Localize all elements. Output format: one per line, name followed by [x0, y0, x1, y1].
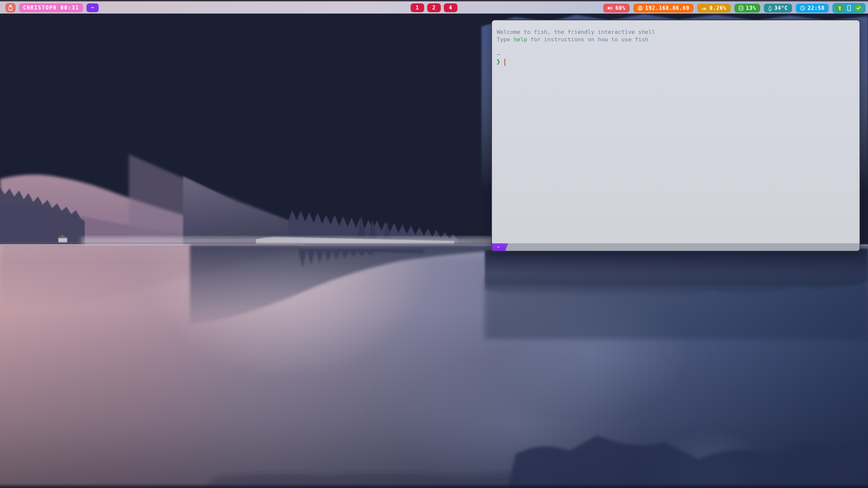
check-icon — [856, 6, 861, 10]
clock-widget[interactable]: 22:58 — [796, 4, 829, 13]
network-widget[interactable]: 192.168.86.69 — [633, 4, 693, 13]
volume-value: 60% — [615, 5, 626, 11]
keyring-tray-button[interactable] — [836, 4, 843, 12]
workspace-button-1[interactable]: 1 — [411, 3, 424, 12]
key-icon — [837, 6, 842, 11]
terminal-window[interactable]: Welcome to fish, the friendly interactiv… — [491, 20, 860, 251]
globe-icon — [637, 5, 643, 11]
workspace-label: 2 — [432, 5, 436, 11]
workspace-label: 1 — [416, 5, 419, 11]
temperature-value: 34°C — [774, 5, 788, 11]
focused-window-badge[interactable]: ~ — [86, 3, 99, 12]
system-tray — [832, 3, 866, 13]
reflection-forest-slope — [190, 245, 495, 324]
cpu-load-value: 0.26% — [709, 5, 726, 11]
volume-widget[interactable]: 60% — [603, 4, 630, 13]
updates-ok-tray-button[interactable] — [855, 4, 862, 12]
ip-address-value: 192.168.86.69 — [645, 5, 689, 11]
help-keyword: help — [514, 36, 527, 43]
tux-linux-icon — [8, 4, 13, 11]
prompt-chevron-icon — [497, 59, 500, 65]
terminal-greeting-line2: Type help for instructions on how to use… — [497, 36, 855, 43]
desktop: CHRISTOPH 00:31 ~ 1 2 4 60% — [0, 0, 868, 488]
cpu-load-widget[interactable]: 0.26% — [697, 4, 730, 13]
focused-window-label: ~ — [91, 5, 94, 11]
database-icon — [738, 5, 744, 11]
thermometer-icon — [768, 5, 772, 11]
prompt-path: ~ — [497, 51, 500, 58]
gauge-icon — [701, 6, 707, 11]
prompt-path-line: ~ — [497, 51, 855, 58]
statusbar-path-segment: ~ — [492, 243, 508, 251]
user-session-badge[interactable]: CHRISTOPH 00:31 — [19, 3, 83, 12]
bar-left-group: CHRISTOPH 00:31 ~ — [5, 3, 99, 13]
statusbar-path-label: ~ — [497, 245, 499, 249]
clock-icon — [800, 5, 805, 11]
workspace-button-2[interactable]: 2 — [427, 3, 441, 12]
reflection-bottom-right — [509, 435, 868, 488]
smartphone-icon[interactable] — [847, 5, 851, 12]
terminal-greeting-line1: Welcome to fish, the friendly interactiv… — [497, 28, 855, 36]
workspace-switcher: 1 2 4 — [411, 3, 457, 12]
terminal-content[interactable]: Welcome to fish, the friendly interactiv… — [492, 20, 860, 243]
terminal-blank-line — [497, 43, 855, 51]
terminal-cursor — [504, 59, 506, 66]
speaker-icon — [607, 6, 613, 11]
launcher-button[interactable] — [5, 3, 16, 13]
memory-value: 13% — [746, 5, 756, 11]
clock-value: 22:58 — [808, 5, 825, 11]
wallpaper-bottom-shade — [0, 483, 868, 488]
workspace-button-4[interactable]: 4 — [444, 3, 457, 12]
status-bar: CHRISTOPH 00:31 ~ 1 2 4 60% — [0, 0, 868, 14]
temperature-widget[interactable]: 34°C — [764, 4, 792, 13]
prompt-input-line[interactable] — [497, 58, 855, 66]
bar-right-group: 60% 192.168.86.69 0.26% — [603, 3, 866, 13]
workspace-label: 4 — [449, 5, 452, 11]
terminal-statusbar: ~ — [492, 243, 860, 251]
user-session-label: CHRISTOPH 00:31 — [23, 5, 79, 11]
memory-widget[interactable]: 13% — [734, 4, 760, 13]
